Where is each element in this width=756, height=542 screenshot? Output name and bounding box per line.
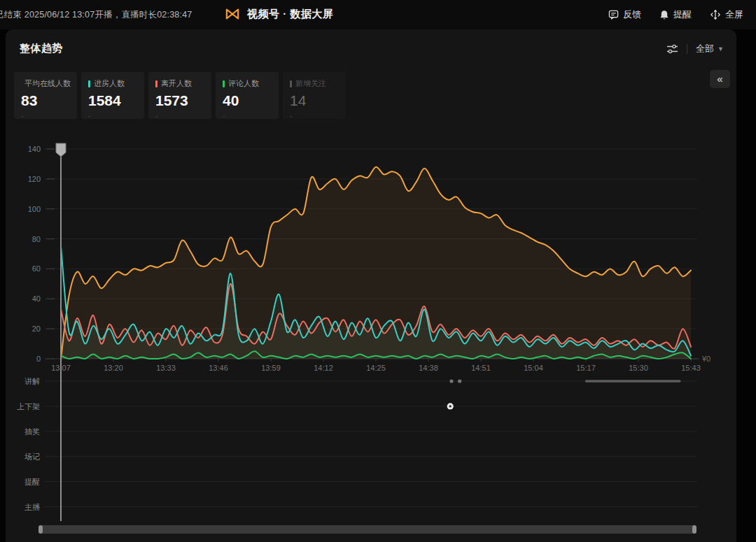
chart-series <box>61 167 691 359</box>
topbar: 已结束 2025/06/12 13:07开播，直播时长02:38:47 视频号 … <box>0 0 756 29</box>
lane-label-6: 主播 <box>6 502 40 513</box>
event-lanes <box>45 379 697 506</box>
lane-event-dot[interactable] <box>449 379 453 383</box>
lane-label-3: 抽奖 <box>6 427 40 437</box>
reminder-button[interactable]: 提醒 <box>659 8 692 21</box>
feedback-button[interactable]: 反馈 <box>608 8 641 21</box>
svg-text:13:46: 13:46 <box>209 364 228 372</box>
lane-label-4: 场记 <box>6 452 40 462</box>
feedback-label: 反馈 <box>623 8 641 21</box>
lane-event-cluster-bar[interactable] <box>585 380 681 383</box>
svg-text:40: 40 <box>32 294 41 303</box>
svg-text:14:25: 14:25 <box>366 364 386 372</box>
svg-text:13:33: 13:33 <box>156 364 176 372</box>
reminder-label: 提醒 <box>673 8 692 21</box>
bell-icon <box>659 10 669 20</box>
fullscreen-icon <box>710 9 721 20</box>
svg-text:20: 20 <box>32 325 41 333</box>
scrollbar-left-handle[interactable] <box>38 525 43 534</box>
lane-label-1: 讲解 <box>6 376 40 387</box>
svg-text:0: 0 <box>36 355 41 363</box>
right-axis-label: ¥0 <box>701 355 710 363</box>
trend-chart: 02040608010012014013:0713:2013:3313:4613… <box>6 29 736 542</box>
svg-text:15:04: 15:04 <box>524 364 543 372</box>
main-panel: 整体趋势 全部 ▼ 平均在线人数83-进房人数1584-离开人数1573-评论人… <box>6 29 736 542</box>
lane-event-dot[interactable] <box>458 379 461 383</box>
topbar-actions: 反馈 提醒 全屏 <box>608 0 743 29</box>
svg-text:14:12: 14:12 <box>314 364 333 372</box>
svg-text:15:43: 15:43 <box>681 364 701 372</box>
svg-text:80: 80 <box>32 235 41 243</box>
svg-text:140: 140 <box>28 145 41 153</box>
channels-logo-icon <box>224 7 241 21</box>
feedback-icon <box>608 10 619 20</box>
svg-text:100: 100 <box>28 205 41 213</box>
lane-label-2: 上下架 <box>6 401 40 412</box>
x-axis: 13:0713:2013:3313:4613:5914:1214:2514:38… <box>45 359 701 372</box>
svg-text:60: 60 <box>32 264 41 273</box>
fullscreen-button[interactable]: 全屏 <box>710 8 743 21</box>
svg-text:14:51: 14:51 <box>471 364 491 372</box>
svg-text:15:30: 15:30 <box>629 364 648 372</box>
app-title: 视频号 · 数据大屏 <box>247 8 333 21</box>
fullscreen-label: 全屏 <box>725 8 743 21</box>
svg-text:15:17: 15:17 <box>576 364 596 372</box>
scrollbar-right-handle[interactable] <box>692 525 696 534</box>
app-brand: 视频号 · 数据大屏 <box>224 7 333 21</box>
svg-text:120: 120 <box>28 175 41 183</box>
svg-text:14:38: 14:38 <box>419 364 438 372</box>
time-marker-handle[interactable] <box>56 143 66 157</box>
svg-text:13:20: 13:20 <box>104 364 123 372</box>
timeline-scrollbar[interactable] <box>38 525 696 534</box>
lane-label-5: 提醒 <box>6 477 40 487</box>
stream-status: 已结束 2025/06/12 13:07开播，直播时长02:38:47 <box>0 9 192 21</box>
svg-text:13:59: 13:59 <box>261 364 281 372</box>
